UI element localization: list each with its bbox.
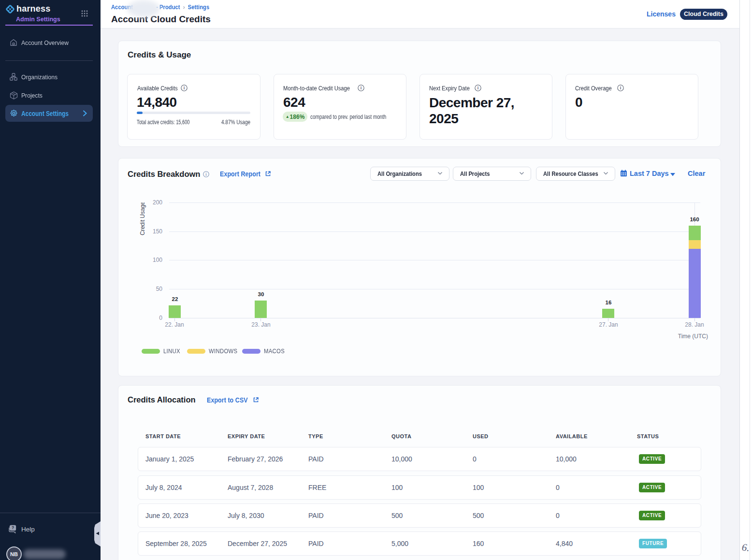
svg-text:i: i [477, 86, 479, 90]
svg-text:i: i [205, 172, 206, 177]
svg-text:i: i [620, 86, 622, 90]
svg-text:Credit Usage: Credit Usage [139, 202, 146, 235]
svg-text:?: ? [12, 525, 14, 530]
